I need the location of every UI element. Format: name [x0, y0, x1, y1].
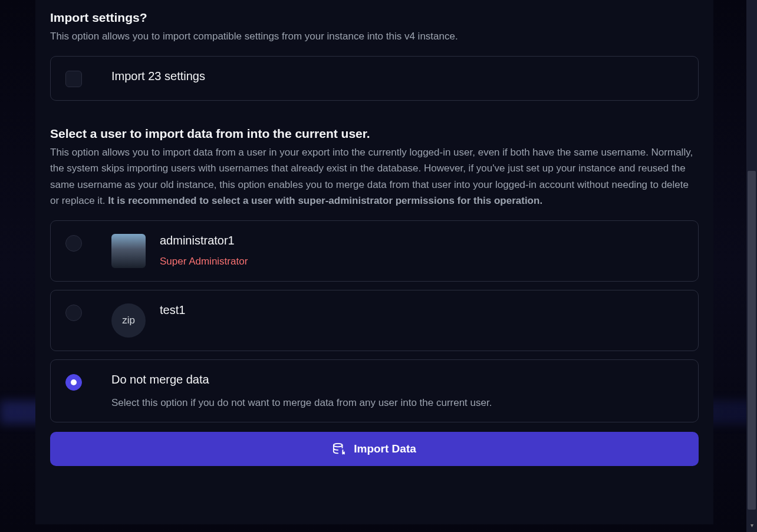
user-radio-test1[interactable] [65, 305, 82, 321]
no-merge-option[interactable]: Do not merge data Select this option if … [50, 359, 699, 422]
import-data-button[interactable]: Import Data [50, 432, 699, 466]
scrollbar-down-arrow[interactable]: ▾ [748, 520, 756, 530]
import-button-label: Import Data [354, 442, 416, 455]
import-settings-option[interactable]: Import 23 settings [50, 56, 699, 101]
avatar-test1: zip [111, 303, 146, 338]
svg-point-0 [334, 444, 343, 447]
import-settings-description: This option allows you to import compati… [50, 28, 699, 44]
user-option-administrator1[interactable]: administrator1 Super Administrator [50, 220, 699, 282]
scrollbar-thumb[interactable] [748, 171, 756, 510]
select-user-desc-bold: It is recommended to select a user with … [108, 195, 542, 206]
database-import-icon [333, 442, 345, 455]
user-role-administrator1: Super Administrator [160, 256, 248, 267]
import-settings-label: Import 23 settings [111, 70, 205, 83]
user-name-administrator1: administrator1 [160, 234, 248, 247]
import-settings-title: Import settings? [50, 11, 699, 25]
select-user-description: This option allows you to import data fr… [50, 144, 699, 209]
import-modal: Import settings? This option allows you … [35, 0, 713, 524]
avatar-administrator1 [111, 234, 146, 268]
no-merge-description: Select this option if you do not want to… [111, 397, 492, 409]
no-merge-label: Do not merge data [111, 373, 492, 386]
avatar-zip-text: zip [122, 315, 135, 326]
user-radio-administrator1[interactable] [65, 235, 82, 252]
user-name-test1: test1 [160, 303, 185, 317]
select-user-title: Select a user to import data from into t… [50, 127, 699, 141]
user-option-test1[interactable]: zip test1 [50, 290, 699, 351]
scrollbar[interactable]: ▾ [746, 0, 757, 532]
import-settings-checkbox[interactable] [65, 71, 82, 87]
no-merge-radio[interactable] [65, 374, 82, 391]
